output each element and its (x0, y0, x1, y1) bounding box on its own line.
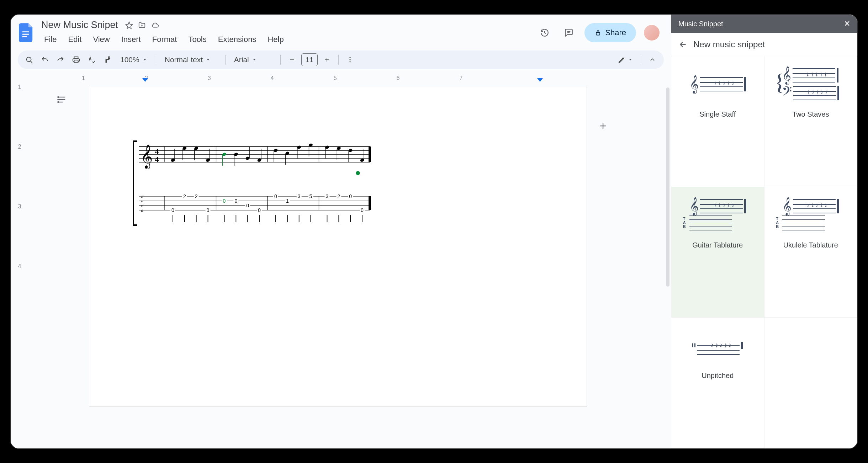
svg-text:3: 3 (298, 193, 301, 199)
v-tick: 4 (18, 263, 21, 323)
menu-tools[interactable]: Tools (183, 33, 211, 46)
share-label: Share (605, 28, 626, 37)
zoom-select[interactable]: 100% (116, 53, 152, 67)
v-tick: 1 (18, 84, 21, 144)
back-arrow-icon[interactable] (678, 40, 688, 49)
separator (280, 55, 281, 65)
svg-point-133 (356, 171, 360, 175)
font-select[interactable]: Arial (230, 53, 276, 67)
svg-text:1: 1 (286, 198, 289, 204)
horizontal-ruler: 1 2 3 4 5 6 7 (28, 73, 671, 83)
editing-mode-select[interactable] (614, 53, 636, 67)
svg-text:5: 5 (309, 193, 312, 199)
separator (225, 55, 226, 65)
document-title[interactable]: New Music Snipet (39, 19, 120, 31)
template-preview: 𝄔𝄞𝄽 𝄽 𝄽 𝄽 𝄽𝄢𝄽 𝄽 𝄽 𝄽 𝄽 (779, 65, 843, 104)
h-tick: 1 (82, 75, 85, 81)
menu-view[interactable]: View (88, 33, 115, 46)
menu-edit[interactable]: Edit (63, 33, 86, 46)
share-button[interactable]: Share (584, 23, 636, 42)
history-icon[interactable] (536, 24, 553, 41)
svg-text:g: g (141, 208, 143, 212)
svg-point-15 (349, 61, 350, 62)
svg-text:0: 0 (349, 193, 352, 199)
v-tick: 3 (18, 203, 21, 263)
h-tick: 5 (334, 75, 337, 81)
svg-text:0: 0 (246, 203, 249, 208)
svg-point-21 (58, 102, 58, 102)
template-label: Guitar Tablature (692, 241, 743, 249)
menubar: File Edit View Insert Format Tools Exten… (39, 31, 532, 46)
svg-rect-2 (22, 36, 27, 37)
style-select[interactable]: Normal text (160, 53, 221, 67)
separator (641, 55, 641, 65)
spellcheck-icon[interactable] (85, 53, 99, 67)
style-value: Normal text (165, 55, 203, 64)
docs-logo[interactable] (18, 22, 35, 43)
template-grid: 𝄞𝄽 𝄽 𝄽 𝄽 𝄽Single Staff𝄔𝄞𝄽 𝄽 𝄽 𝄽 𝄽𝄢𝄽 𝄽 𝄽 … (671, 56, 857, 448)
template-gtab[interactable]: 𝄞𝄽 𝄽 𝄽 𝄽 𝄽TABGuitar Tablature (671, 187, 764, 318)
template-unpitched[interactable]: 𝄥𝄽 𝄽 𝄽 𝄽 𝄽Unpitched (671, 318, 764, 448)
document-page[interactable]: 𝄞44a'e'c'g0220000001353200 + (89, 87, 587, 407)
template-two[interactable]: 𝄔𝄞𝄽 𝄽 𝄽 𝄽 𝄽𝄢𝄽 𝄽 𝄽 𝄽 𝄽Two Staves (764, 56, 858, 187)
template-preview: 𝄥𝄽 𝄽 𝄽 𝄽 𝄽 (686, 326, 750, 365)
fontsize-decrease-icon[interactable] (285, 53, 299, 67)
zoom-value: 100% (120, 55, 139, 64)
move-folder-icon[interactable] (138, 21, 146, 29)
template-utab[interactable]: 𝄞𝄽 𝄽 𝄽 𝄽 𝄽TABUkulele Tablature (764, 187, 858, 318)
toolbar: 100% Normal text Arial (18, 50, 664, 69)
svg-text:2: 2 (337, 193, 340, 199)
font-value: Arial (234, 55, 249, 64)
fontsize-increase-icon[interactable] (320, 53, 334, 67)
template-preview: 𝄞𝄽 𝄽 𝄽 𝄽 𝄽TAB (779, 196, 843, 235)
menu-file[interactable]: File (39, 33, 62, 46)
svg-text:𝄞: 𝄞 (141, 144, 153, 169)
fontsize-input[interactable] (301, 53, 318, 66)
redo-icon[interactable] (53, 53, 68, 67)
svg-text:0: 0 (171, 207, 174, 213)
document-outline-icon[interactable] (57, 95, 67, 105)
search-icon[interactable] (22, 53, 36, 67)
avatar[interactable] (643, 24, 660, 41)
svg-text:c': c' (141, 203, 143, 208)
close-icon[interactable]: ✕ (844, 19, 850, 28)
vertical-ruler: 1 2 3 4 (11, 73, 28, 448)
svg-point-14 (349, 59, 350, 60)
undo-icon[interactable] (38, 53, 52, 67)
svg-text:e': e' (141, 199, 143, 203)
svg-rect-23 (133, 140, 137, 142)
template-label: Two Staves (792, 110, 829, 118)
svg-text:2: 2 (195, 193, 198, 199)
h-tick: 3 (208, 75, 211, 81)
svg-point-13 (349, 57, 350, 58)
star-icon[interactable] (125, 21, 133, 29)
separator (156, 55, 156, 65)
svg-text:0: 0 (234, 198, 237, 204)
template-single[interactable]: 𝄞𝄽 𝄽 𝄽 𝄽 𝄽Single Staff (671, 56, 764, 187)
svg-rect-1 (22, 33, 29, 34)
comments-icon[interactable] (560, 24, 577, 41)
menu-format[interactable]: Format (147, 33, 182, 46)
menu-insert[interactable]: Insert (116, 33, 146, 46)
collapse-toolbar-icon[interactable] (645, 53, 660, 67)
template-label: Single Staff (699, 110, 736, 118)
svg-rect-5 (596, 32, 600, 35)
add-comment-icon[interactable]: + (594, 117, 612, 134)
indent-marker-left[interactable] (142, 78, 148, 82)
music-snippet[interactable]: 𝄞44a'e'c'g0220000001353200 (128, 139, 374, 235)
template-preview: 𝄞𝄽 𝄽 𝄽 𝄽 𝄽 (686, 65, 750, 104)
menu-extensions[interactable]: Extensions (213, 33, 261, 46)
sidebar-subtitle: New music snippet (693, 39, 765, 49)
cloud-status-icon[interactable] (151, 21, 159, 29)
more-toolbar-icon[interactable] (343, 53, 357, 67)
indent-marker-right[interactable] (537, 78, 543, 82)
paint-format-icon[interactable] (100, 53, 115, 67)
svg-text:a': a' (141, 194, 143, 198)
sidebar: Music Snippet ✕ New music snippet 𝄞𝄽 𝄽 𝄽… (671, 15, 857, 448)
menu-help[interactable]: Help (263, 33, 289, 46)
scrollbar-thumb[interactable] (666, 87, 669, 287)
svg-rect-52 (369, 196, 370, 210)
svg-text:4: 4 (155, 155, 159, 164)
template-label: Ukulele Tablature (783, 241, 838, 249)
print-icon[interactable] (69, 53, 83, 67)
